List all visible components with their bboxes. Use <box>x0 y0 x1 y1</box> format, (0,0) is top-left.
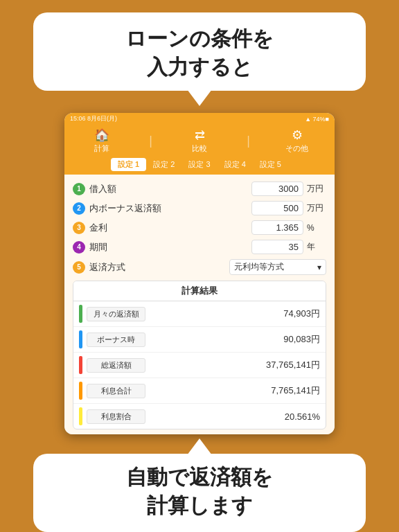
row-number-1: 1 <box>73 183 85 195</box>
input-row-2: 2 内ボーナス返済額 万円 <box>73 201 326 215</box>
tab-sep-2: | <box>247 127 250 154</box>
result-label-2: ボーナス時 <box>87 332 145 347</box>
result-label-3: 総返済額 <box>87 358 145 373</box>
result-value-1: 74,903円 <box>145 308 320 320</box>
row-unit-2: 万円 <box>307 202 326 214</box>
row-label-4: 期間 <box>89 241 251 254</box>
sub-tab-5[interactable]: 設定 5 <box>253 158 288 171</box>
result-label-5: 利息割合 <box>87 409 145 424</box>
status-bar: 15:06 8月6日(月) ▲ 74%■ <box>64 113 335 125</box>
phone-frame: 15:06 8月6日(月) ▲ 74%■ 🏠 計算 | ⇄ 比較 | ⚙ その他… <box>64 113 335 434</box>
tab-other[interactable]: ⚙ その他 <box>269 127 325 154</box>
tab-compare-label: 比較 <box>192 143 207 154</box>
result-row-4: 利息合計 7,765,141円 <box>73 378 326 404</box>
result-bar-2 <box>79 330 82 348</box>
input-row-4: 4 期間 年 <box>73 240 326 254</box>
tab-calc-label: 計算 <box>94 143 109 154</box>
tab-compare[interactable]: ⇄ 比較 <box>172 127 227 154</box>
row-number-3: 3 <box>73 222 85 234</box>
main-content: 1 借入額 万円 2 内ボーナス返済額 万円 3 金利 % 4 期間 年 <box>64 175 335 434</box>
tab-other-label: その他 <box>285 143 308 154</box>
result-value-3: 37,765,141円 <box>145 359 320 371</box>
result-row-3: 総返済額 37,765,141円 <box>73 353 326 378</box>
top-speech-bubble: ローンの条件を 入力すると <box>33 12 366 91</box>
row-number-2: 2 <box>73 202 85 215</box>
result-row-5: 利息割合 20.561% <box>73 404 326 429</box>
result-row-2: ボーナス時 90,083円 <box>73 327 326 353</box>
result-bar-3 <box>79 356 82 374</box>
result-value-2: 90,083円 <box>145 333 320 346</box>
chevron-down-icon: ▾ <box>317 263 321 272</box>
sub-tab-4[interactable]: 設定 4 <box>218 158 253 171</box>
repayment-method-select[interactable]: 元利均等方式 ▾ <box>229 259 326 275</box>
compare-icon: ⇄ <box>195 127 205 143</box>
row-label-3: 金利 <box>89 222 251 234</box>
row-number-4: 4 <box>73 241 85 254</box>
row-unit-4: 年 <box>307 241 326 253</box>
sub-tab-2[interactable]: 設定 2 <box>146 158 181 171</box>
row-unit-1: 万円 <box>307 183 326 195</box>
input-row-5: 5 返済方式 元利均等方式 ▾ <box>73 259 326 275</box>
status-left: 15:06 8月6日(月) <box>70 114 117 123</box>
bottom-bubble-text: 自動で返済額を 計算します <box>50 463 349 520</box>
row-number-5: 5 <box>73 261 85 274</box>
bottom-speech-bubble: 自動で返済額を 計算します <box>33 454 366 532</box>
result-bar-5 <box>79 407 82 425</box>
row-unit-3: % <box>307 223 326 233</box>
tab-sep-1: | <box>149 127 152 154</box>
status-right: ▲ 74%■ <box>305 116 329 123</box>
repayment-method-value: 元利均等方式 <box>234 261 284 273</box>
result-bar-4 <box>79 382 82 400</box>
row-label-2: 内ボーナス返済額 <box>89 202 251 215</box>
top-bubble-text: ローンの条件を 入力すると <box>50 25 349 81</box>
gear-icon: ⚙ <box>292 127 303 143</box>
tab-calc[interactable]: 🏠 計算 <box>74 127 130 154</box>
period-input[interactable] <box>251 240 303 254</box>
result-section: 計算結果 月々の返済額 74,903円 ボーナス時 90,083円 総返済額 3… <box>73 281 326 429</box>
sub-tab-1[interactable]: 設定 1 <box>111 158 146 171</box>
sub-tab-3[interactable]: 設定 3 <box>181 158 217 171</box>
bonus-amount-input[interactable] <box>251 201 303 215</box>
sub-tab-bar: 設定 1 設定 2 設定 3 設定 4 設定 5 <box>64 158 335 175</box>
result-header: 計算結果 <box>73 281 326 301</box>
interest-rate-input[interactable] <box>251 220 303 235</box>
result-label-4: 利息合計 <box>87 384 145 398</box>
result-value-5: 20.561% <box>145 411 320 422</box>
borrow-amount-input[interactable] <box>251 181 303 196</box>
home-icon: 🏠 <box>94 127 109 143</box>
result-bar-1 <box>79 305 82 323</box>
input-row-1: 1 借入額 万円 <box>73 181 326 196</box>
tab-bar: 🏠 計算 | ⇄ 比較 | ⚙ その他 <box>64 125 335 158</box>
row-label-1: 借入額 <box>89 183 251 195</box>
result-row-1: 月々の返済額 74,903円 <box>73 301 326 327</box>
row-label-5: 返済方式 <box>89 261 229 274</box>
input-row-3: 3 金利 % <box>73 220 326 235</box>
result-label-1: 月々の返済額 <box>87 307 145 321</box>
result-value-4: 7,765,141円 <box>145 384 320 397</box>
